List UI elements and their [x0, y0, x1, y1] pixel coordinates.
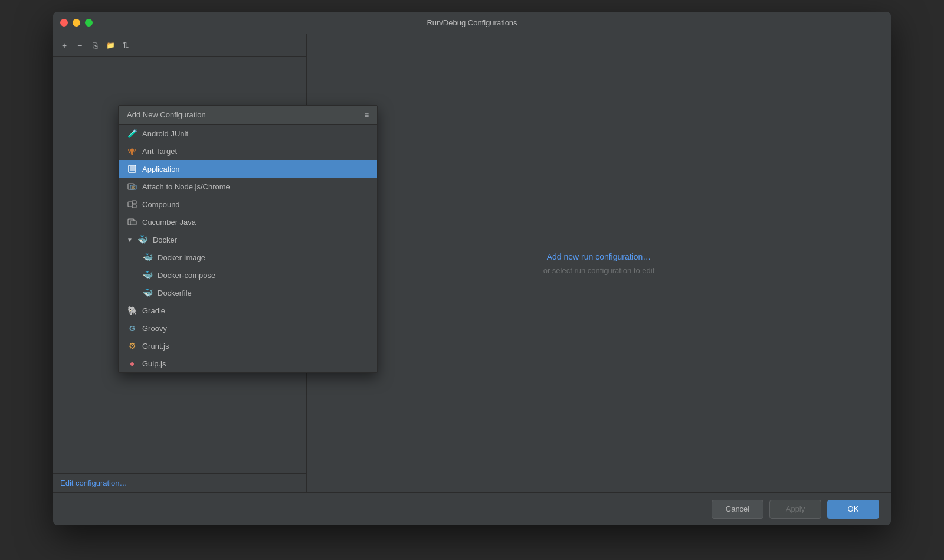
minimize-button[interactable]: [73, 19, 80, 27]
svg-rect-5: [128, 202, 132, 207]
cancel-button[interactable]: Cancel: [712, 500, 763, 519]
docker-group-label: Docker: [153, 235, 177, 244]
menu-item-attach-nodejs[interactable]: JS Attach to Node.js/Chrome: [119, 178, 377, 195]
compound-icon: [127, 199, 137, 209]
menu-item-android-junit[interactable]: 🧪 Android JUnit: [119, 125, 377, 142]
dockerfile-label: Dockerfile: [158, 289, 192, 297]
gradle-icon: 🐘: [127, 305, 137, 316]
add-run-config-link[interactable]: Add new run configuration…: [547, 252, 651, 261]
dockerfile-icon: 🐳: [142, 287, 153, 298]
gulp-icon: ●: [127, 358, 137, 369]
cucumber-java-label: Cucumber Java: [142, 218, 196, 227]
edit-configuration-link[interactable]: Edit configuration…: [53, 473, 306, 492]
menu-item-docker-image[interactable]: 🐳 Docker Image: [119, 248, 377, 266]
ok-button[interactable]: OK: [827, 500, 879, 519]
toolbar: + − ⎘ 📁 ⇅: [53, 34, 306, 57]
dropdown-title: Add New Configuration: [127, 110, 206, 119]
menu-item-gulp[interactable]: ● Gulp.js: [119, 355, 377, 372]
groovy-label: Groovy: [142, 324, 167, 333]
ant-target-label: Ant Target: [142, 147, 177, 156]
menu-item-docker-compose[interactable]: 🐳 Docker-compose: [119, 266, 377, 284]
folder-config-button[interactable]: 📁: [104, 39, 117, 52]
docker-compose-label: Docker-compose: [158, 271, 215, 280]
titlebar-buttons: [60, 19, 93, 27]
add-new-configuration-dropdown: Add New Configuration ≡ 🧪 Android JUnit …: [118, 105, 378, 373]
grunt-icon: ⚙: [127, 340, 137, 351]
application-icon: [127, 163, 137, 174]
attach-nodejs-label: Attach to Node.js/Chrome: [142, 182, 230, 191]
close-button[interactable]: [60, 19, 68, 27]
android-junit-icon: 🧪: [127, 128, 137, 139]
menu-item-compound[interactable]: Compound: [119, 195, 377, 213]
svg-rect-10: [130, 221, 136, 225]
remove-config-button[interactable]: −: [73, 39, 86, 52]
docker-image-icon: 🐳: [142, 252, 153, 263]
dropdown-header: Add New Configuration ≡: [119, 106, 377, 125]
menu-item-dockerfile[interactable]: 🐳 Dockerfile: [119, 284, 377, 302]
window-title: Run/Debug Configurations: [427, 18, 517, 27]
docker-group-icon: 🐳: [137, 234, 148, 245]
titlebar: Run/Debug Configurations: [53, 12, 891, 34]
docker-chevron-icon: ▼: [127, 237, 133, 243]
apply-button[interactable]: Apply: [769, 500, 821, 519]
bottom-bar: Cancel Apply OK: [53, 492, 891, 525]
right-sub-text: or select run configuration to edit: [543, 266, 655, 275]
filter-icon[interactable]: ≡: [365, 111, 369, 119]
android-junit-label: Android JUnit: [142, 129, 188, 138]
attach-nodejs-icon: JS: [127, 181, 137, 192]
gradle-label: Gradle: [142, 306, 165, 315]
svg-rect-1: [130, 166, 135, 171]
copy-config-button[interactable]: ⎘: [88, 39, 101, 52]
ant-target-icon: 🕷: [127, 146, 137, 156]
menu-item-docker-group[interactable]: ▼ 🐳 Docker: [119, 231, 377, 248]
sort-config-button[interactable]: ⇅: [119, 39, 132, 52]
docker-image-label: Docker Image: [158, 253, 205, 262]
right-panel: Add new run configuration… or select run…: [307, 34, 891, 492]
menu-item-ant-target[interactable]: 🕷 Ant Target: [119, 142, 377, 160]
docker-compose-icon: 🐳: [142, 270, 153, 280]
menu-item-gradle[interactable]: 🐘 Gradle: [119, 302, 377, 319]
maximize-button[interactable]: [85, 19, 93, 27]
menu-item-cucumber-java[interactable]: Cucumber Java: [119, 213, 377, 231]
gulp-label: Gulp.js: [142, 359, 166, 368]
application-label: Application: [142, 165, 180, 173]
svg-text:JS: JS: [132, 186, 135, 189]
svg-rect-6: [132, 201, 136, 204]
grunt-label: Grunt.js: [142, 342, 169, 351]
add-config-button[interactable]: +: [58, 39, 71, 52]
menu-item-grunt[interactable]: ⚙ Grunt.js: [119, 337, 377, 355]
cucumber-java-icon: [127, 217, 137, 227]
groovy-icon: G: [127, 323, 137, 333]
svg-rect-7: [132, 205, 136, 208]
menu-item-groovy[interactable]: G Groovy: [119, 319, 377, 337]
compound-label: Compound: [142, 200, 180, 209]
menu-item-application[interactable]: Application: [119, 160, 377, 178]
